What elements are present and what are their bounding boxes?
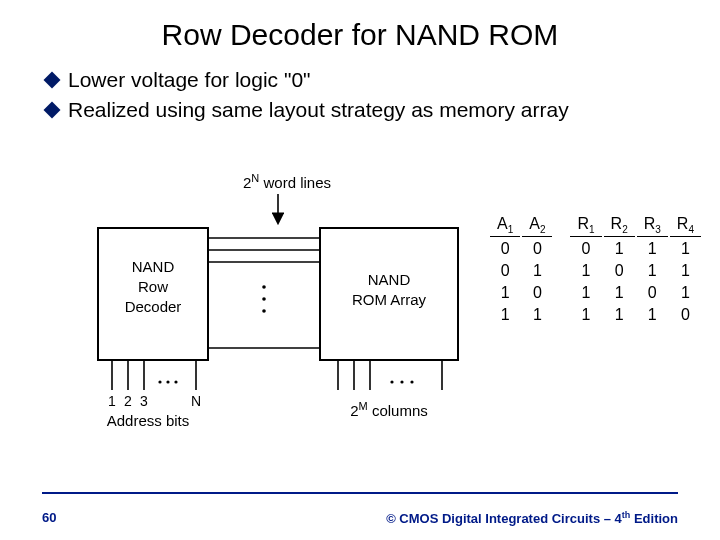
copyright: © CMOS Digital Integrated Circuits – 4th… bbox=[386, 510, 678, 526]
svg-text:2N word lines: 2N word lines bbox=[243, 172, 331, 191]
diagram-svg: 2N word lines NAND Row Decoder NAND ROM … bbox=[88, 172, 478, 452]
svg-point-33 bbox=[400, 380, 403, 383]
diamond-icon bbox=[44, 72, 61, 89]
svg-text:2M columns: 2M columns bbox=[350, 400, 428, 419]
svg-text:N: N bbox=[191, 393, 201, 409]
svg-text:2: 2 bbox=[124, 393, 132, 409]
slide-title: Row Decoder for NAND ROM bbox=[0, 0, 720, 66]
table-row: 000111 bbox=[490, 239, 701, 259]
block-diagram: 2N word lines NAND Row Decoder NAND ROM … bbox=[88, 172, 658, 452]
svg-point-34 bbox=[410, 380, 413, 383]
svg-text:Decoder: Decoder bbox=[125, 298, 182, 315]
footer-rule bbox=[42, 492, 678, 494]
svg-text:NAND: NAND bbox=[132, 258, 175, 275]
bullet-list: Lower voltage for logic "0" Realized usi… bbox=[0, 66, 720, 125]
diamond-icon bbox=[44, 102, 61, 119]
list-item: Realized using same layout strategy as m… bbox=[46, 96, 684, 124]
bullet-text: Lower voltage for logic "0" bbox=[68, 66, 311, 94]
svg-point-21 bbox=[166, 380, 169, 383]
truth-table: A1 A2 R1 R2 R3 R4 000111 011011 101101 1… bbox=[488, 212, 703, 327]
bullet-text: Realized using same layout strategy as m… bbox=[68, 96, 569, 124]
svg-text:ROM Array: ROM Array bbox=[352, 291, 427, 308]
svg-point-14 bbox=[262, 297, 266, 301]
table-row: 101101 bbox=[490, 283, 701, 303]
svg-point-20 bbox=[158, 380, 161, 383]
svg-text:Address bits: Address bits bbox=[107, 412, 190, 429]
svg-point-22 bbox=[174, 380, 177, 383]
svg-point-13 bbox=[262, 285, 266, 289]
table-row: 111110 bbox=[490, 305, 701, 325]
table-row: 011011 bbox=[490, 261, 701, 281]
page-number: 60 bbox=[42, 510, 56, 526]
svg-point-32 bbox=[390, 380, 393, 383]
svg-text:1: 1 bbox=[108, 393, 116, 409]
svg-text:Row: Row bbox=[138, 278, 168, 295]
svg-text:NAND: NAND bbox=[368, 271, 411, 288]
slide-footer: 60 © CMOS Digital Integrated Circuits – … bbox=[42, 510, 678, 526]
svg-point-15 bbox=[262, 309, 266, 313]
svg-text:3: 3 bbox=[140, 393, 148, 409]
list-item: Lower voltage for logic "0" bbox=[46, 66, 684, 94]
